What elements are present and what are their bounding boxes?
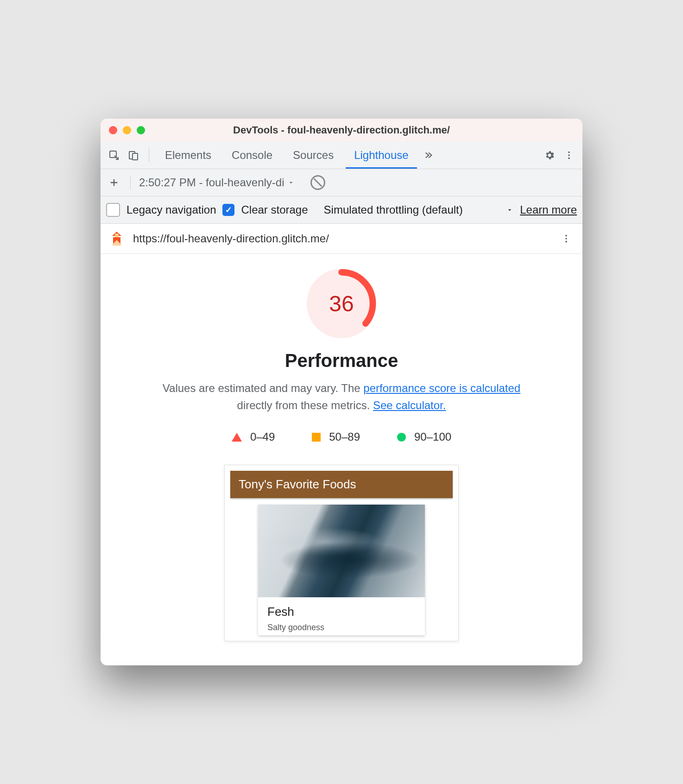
clear-storage-label: Clear storage (241, 203, 308, 216)
chevron-down-icon[interactable] (506, 206, 513, 214)
lighthouse-settings-bar: Legacy navigation ✓ Clear storage Simula… (101, 196, 582, 224)
legend-pass: 90–100 (397, 430, 451, 443)
svg-point-4 (568, 154, 570, 156)
score-calc-link[interactable]: performance score is calculated (363, 382, 520, 394)
tab-elements[interactable]: Elements (157, 142, 220, 169)
separator (130, 176, 131, 190)
chevron-down-icon (287, 179, 295, 186)
lighthouse-toolbar: 2:50:27 PM - foul-heavenly-di (101, 169, 582, 196)
throttling-label: Simulated throttling (default) (324, 203, 463, 216)
svg-point-10 (565, 235, 567, 237)
score-description: Values are estimated and may vary. The p… (161, 379, 522, 414)
tab-console[interactable]: Console (223, 142, 281, 169)
tab-label: Sources (293, 149, 334, 162)
svg-rect-8 (115, 234, 119, 237)
window-title: DevTools - foul-heavenly-direction.glitc… (101, 124, 582, 136)
learn-more-link[interactable]: Learn more (520, 203, 577, 216)
preview-banner: Tony's Favorite Foods (230, 471, 453, 498)
report-url: https://foul-heavenly-direction.glitch.m… (133, 232, 550, 245)
title-bar: DevTools - foul-heavenly-direction.glitc… (101, 119, 582, 142)
desc-text: directly from these metrics. (237, 399, 373, 411)
category-title: Performance (285, 350, 398, 371)
more-options-icon[interactable] (561, 147, 577, 163)
tab-label: Elements (165, 149, 211, 162)
tab-lighthouse[interactable]: Lighthouse (346, 142, 417, 169)
legend-label: 90–100 (414, 430, 451, 443)
tab-sources[interactable]: Sources (285, 142, 342, 169)
svg-point-5 (568, 158, 570, 159)
svg-point-12 (565, 241, 567, 243)
desc-text: Values are estimated and may vary. The (163, 382, 364, 394)
tab-label: Lighthouse (354, 149, 408, 162)
report-menu-icon[interactable] (558, 231, 574, 247)
overflow-tabs-icon[interactable] (421, 147, 436, 163)
report-selector[interactable]: 2:50:27 PM - foul-heavenly-di (139, 176, 295, 189)
settings-gear-icon[interactable] (542, 147, 557, 163)
triangle-fail-icon (232, 433, 242, 442)
page-preview: Tony's Favorite Foods Fesh Salty goodnes… (224, 465, 459, 641)
legend-label: 0–49 (250, 430, 275, 443)
square-average-icon (312, 433, 321, 442)
inspect-element-icon[interactable] (106, 147, 122, 163)
panel-tabs: Elements Console Sources Lighthouse (101, 142, 582, 169)
performance-score: 36 (307, 269, 376, 338)
clear-storage-checkbox[interactable]: ✓ (222, 204, 234, 216)
score-legend: 0–49 50–89 90–100 (232, 430, 451, 443)
device-toolbar-icon[interactable] (126, 147, 141, 163)
tab-label: Console (232, 149, 272, 162)
svg-marker-9 (111, 240, 122, 246)
legend-average: 50–89 (312, 430, 360, 443)
report-body: 36 Performance Values are estimated and … (101, 254, 582, 665)
separator (149, 148, 149, 162)
preview-card-subtitle: Salty goodness (267, 623, 416, 632)
svg-rect-2 (133, 153, 138, 160)
circle-pass-icon (397, 433, 406, 442)
legend-label: 50–89 (329, 430, 360, 443)
preview-card: Fesh Salty goodness (258, 505, 425, 635)
legend-fail: 0–49 (232, 430, 275, 443)
svg-point-11 (565, 238, 567, 240)
lighthouse-logo-icon (109, 231, 125, 247)
see-calculator-link[interactable]: See calculator. (373, 399, 446, 411)
devtools-window: DevTools - foul-heavenly-direction.glitc… (101, 119, 582, 665)
preview-card-title: Fesh (267, 605, 416, 619)
svg-point-3 (568, 152, 570, 153)
preview-card-image (258, 505, 425, 597)
new-report-button[interactable] (106, 175, 122, 190)
clear-report-icon[interactable] (310, 175, 325, 190)
performance-gauge: 36 Performance Values are estimated and … (101, 269, 582, 641)
legacy-navigation-label: Legacy navigation (126, 203, 216, 216)
report-selector-label: 2:50:27 PM - foul-heavenly-di (139, 176, 285, 189)
legacy-navigation-checkbox[interactable] (106, 203, 120, 217)
report-header: https://foul-heavenly-direction.glitch.m… (101, 224, 582, 254)
